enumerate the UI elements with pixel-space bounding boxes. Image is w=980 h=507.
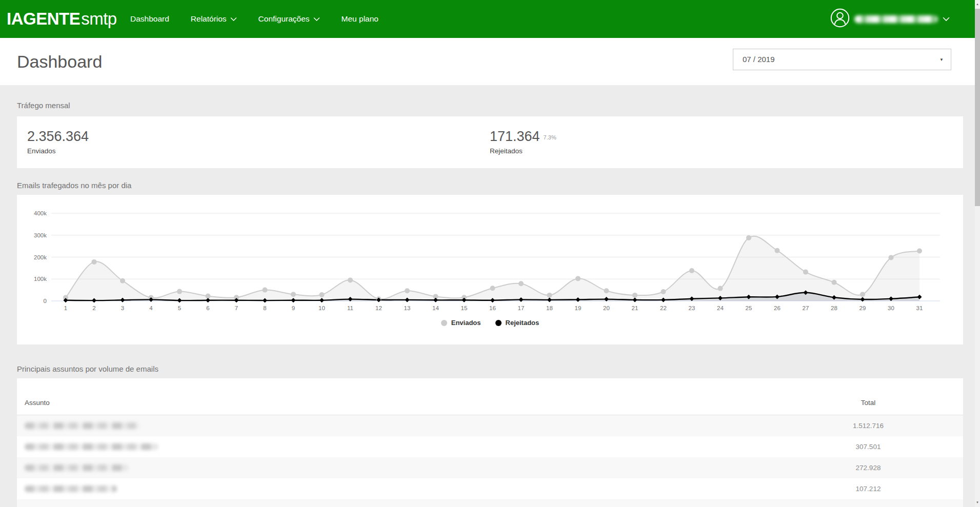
redacted-subject — [25, 422, 139, 429]
enviados-marker — [120, 278, 125, 283]
enviados-marker — [689, 268, 694, 273]
chart-svg: 0100k200k300k400k12345678910111213141516… — [17, 197, 963, 314]
x-tick-label: 11 — [347, 305, 353, 311]
nav-item-configuracoes[interactable]: Configurações — [258, 14, 320, 24]
redacted-subject — [25, 443, 158, 450]
rejected-label: Rejeitados — [490, 147, 556, 155]
rejected-percent: 7.3% — [544, 134, 556, 140]
enviados-marker — [803, 270, 808, 275]
rejected-value: 171.364 — [490, 129, 540, 144]
dashboard-content: Tráfego mensal 2.356.364 Enviados 171.36… — [0, 85, 975, 507]
main-nav: DashboardRelatóriosConfiguraçõesMeu plan… — [130, 0, 378, 38]
x-tick-label: 26 — [774, 305, 781, 311]
x-tick-label: 7 — [235, 305, 238, 311]
x-tick-label: 4 — [149, 305, 153, 311]
enviados-marker — [405, 288, 410, 293]
x-tick-label: 31 — [916, 305, 923, 311]
legend-label: Rejeitados — [506, 319, 539, 327]
scroll-up-arrow[interactable]: ▲ — [975, 0, 980, 9]
enviados-marker — [604, 288, 609, 293]
x-tick-label: 19 — [575, 305, 582, 311]
y-tick-label: 400k — [34, 210, 47, 216]
sent-value: 2.356.364 — [27, 129, 89, 145]
legend-dot-icon — [495, 320, 502, 326]
subjects-card: Assunto Total 1.512.716307.501272.928107… — [17, 378, 963, 507]
brand-bold: IAGENTE — [7, 9, 80, 28]
row-total: 272.928 — [817, 457, 919, 478]
y-tick-label: 0 — [44, 298, 47, 304]
user-avatar-icon — [830, 8, 850, 30]
traffic-chart: 0100k200k300k400k12345678910111213141516… — [17, 197, 963, 314]
legend-item-enviados[interactable]: Enviados — [441, 319, 481, 327]
enviados-marker — [291, 292, 296, 297]
x-tick-label: 13 — [404, 305, 411, 311]
x-tick-label: 28 — [831, 305, 837, 311]
chart-card: 0100k200k300k400k12345678910111213141516… — [17, 195, 963, 344]
traffic-card: 2.356.364 Enviados 171.3647.3% Rejeitado… — [17, 116, 963, 168]
x-tick-label: 5 — [178, 305, 181, 311]
redacted-subject — [25, 464, 128, 471]
select-arrow-icon: ▼ — [939, 49, 944, 71]
table-row: 107.212 — [17, 478, 963, 499]
nav-item-label: Meu plano — [342, 14, 378, 24]
stat-rejected: 171.3647.3% Rejeitados — [490, 129, 556, 155]
legend-dot-icon — [441, 320, 447, 326]
chevron-down-icon — [943, 14, 950, 24]
legend-item-rejeitados[interactable]: Rejeitados — [495, 319, 539, 327]
scroll-down-arrow[interactable]: ▼ — [975, 498, 980, 507]
row-total: 1.512.716 — [817, 415, 919, 436]
x-tick-label: 12 — [375, 305, 382, 311]
row-total: 307.501 — [817, 436, 919, 457]
scrollbar-thumb[interactable] — [975, 9, 980, 206]
stat-sent: 2.356.364 Enviados — [27, 129, 89, 155]
table-row-partial — [17, 499, 963, 507]
sent-label: Enviados — [27, 147, 89, 155]
x-tick-label: 24 — [717, 305, 724, 311]
column-total: Total — [817, 399, 919, 407]
page-root: IAGENTEsmtp DashboardRelatóriosConfigura… — [0, 0, 980, 507]
subjects-heading: Principais assuntos por volume de emails — [17, 364, 158, 374]
x-tick-label: 6 — [206, 305, 209, 311]
y-tick-label: 200k — [34, 254, 47, 260]
chart-heading: Emails trafegados no mês por dia — [17, 180, 131, 191]
column-assunto: Assunto — [25, 399, 50, 407]
nav-item-relatorios[interactable]: Relatórios — [191, 14, 237, 24]
enviados-marker — [348, 277, 353, 282]
vertical-scrollbar[interactable]: ▲ ▼ — [975, 0, 980, 507]
nav-item-meu-plano[interactable]: Meu plano — [342, 14, 378, 24]
rejected-value-wrap: 171.3647.3% — [490, 129, 556, 145]
x-tick-label: 8 — [263, 305, 266, 311]
x-tick-label: 27 — [803, 305, 809, 311]
enviados-marker — [263, 288, 268, 293]
nav-item-label: Relatórios — [191, 14, 227, 24]
user-menu[interactable] — [830, 0, 950, 38]
x-tick-label: 23 — [689, 305, 695, 311]
x-tick-label: 18 — [546, 305, 553, 311]
x-tick-label: 29 — [859, 305, 866, 311]
table-row: 1.512.716 — [17, 415, 963, 436]
chevron-down-icon — [313, 14, 320, 24]
enviados-marker — [718, 286, 723, 291]
month-select[interactable]: 07 / 2019 ▼ — [733, 49, 951, 70]
enviados-marker — [775, 248, 780, 253]
enviados-marker — [518, 281, 524, 286]
x-tick-label: 3 — [121, 305, 124, 311]
brand-logo[interactable]: IAGENTEsmtp — [7, 0, 117, 38]
nav-item-dashboard[interactable]: Dashboard — [130, 14, 169, 24]
page-title: Dashboard — [17, 38, 102, 85]
x-tick-label: 10 — [318, 305, 325, 311]
x-tick-label: 9 — [292, 305, 295, 311]
nav-item-label: Dashboard — [130, 14, 169, 24]
enviados-marker — [92, 259, 97, 265]
enviados-marker — [490, 286, 495, 291]
x-tick-label: 15 — [461, 305, 468, 311]
redacted-subject — [25, 485, 117, 492]
table-row: 307.501 — [17, 436, 963, 457]
user-name-redacted — [854, 15, 938, 23]
row-total: 107.212 — [817, 478, 919, 499]
enviados-marker — [661, 289, 666, 294]
top-navbar: IAGENTEsmtp DashboardRelatóriosConfigura… — [0, 0, 980, 38]
table-header: Assunto Total — [17, 378, 963, 415]
x-tick-label: 16 — [489, 305, 496, 311]
enviados-marker — [860, 292, 865, 297]
